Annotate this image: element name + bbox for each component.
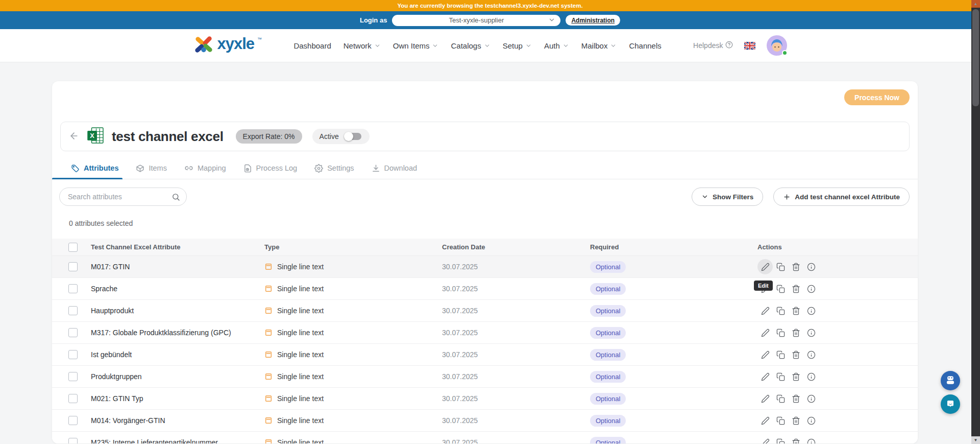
nav-item-dashboard[interactable]: Dashboard	[293, 41, 331, 50]
nav-item-own-items[interactable]: Own Items	[393, 41, 439, 50]
info-button[interactable]	[803, 435, 819, 443]
type-label: Single line text	[277, 372, 324, 381]
copy-button[interactable]	[773, 413, 788, 428]
search-input[interactable]	[68, 193, 172, 201]
copy-button[interactable]	[773, 303, 788, 318]
tab-settings[interactable]: Settings	[313, 158, 355, 179]
nav-item-label: Mailbox	[581, 41, 608, 50]
row-checkbox[interactable]	[68, 438, 78, 443]
process-now-button[interactable]: Process Now	[844, 89, 910, 105]
row-checkbox[interactable]	[68, 328, 78, 337]
delete-button[interactable]	[788, 435, 803, 443]
helpdesk-label: Helpdesk	[693, 41, 723, 50]
copy-button[interactable]	[773, 435, 788, 443]
row-checkbox[interactable]	[68, 416, 78, 425]
edit-button[interactable]	[757, 435, 773, 443]
chevron-down-icon	[610, 42, 617, 49]
single-line-text-icon	[264, 438, 273, 443]
info-button[interactable]	[803, 259, 819, 274]
scrollbar-thumb[interactable]	[972, 9, 979, 106]
delete-button[interactable]	[788, 391, 803, 406]
nav-item-auth[interactable]: Auth	[544, 41, 569, 50]
table-row[interactable]: M017: GTIN Single line text 30.07.2025 O…	[52, 256, 918, 278]
copy-button[interactable]	[773, 391, 788, 406]
scroll-up-arrow-icon[interactable]: ▲	[971, 0, 980, 8]
nav-item-label: Dashboard	[293, 41, 331, 50]
row-checkbox[interactable]	[68, 350, 78, 359]
delete-button[interactable]	[788, 413, 803, 428]
delete-button[interactable]	[788, 259, 803, 274]
delete-button[interactable]	[788, 303, 803, 318]
table-row[interactable]: M235: Interne Lieferantenartikelnummer S…	[52, 432, 918, 443]
edit-button[interactable]	[757, 259, 773, 274]
add-attribute-button[interactable]: Add test channel excel Attribute	[773, 188, 910, 206]
tab-items[interactable]: Items	[135, 158, 167, 179]
copy-button[interactable]	[773, 347, 788, 362]
nav-item-setup[interactable]: Setup	[503, 41, 532, 50]
table-row[interactable]: M014: Vorgänger-GTIN Single line text 30…	[52, 410, 918, 432]
tab-download[interactable]: Download	[371, 158, 419, 179]
nav-item-catalogs[interactable]: Catalogs	[451, 41, 490, 50]
tab-attributes[interactable]: Attributes	[70, 158, 119, 179]
chatbot-button[interactable]	[941, 371, 960, 390]
info-button[interactable]	[803, 369, 819, 384]
tab-label: Download	[384, 164, 418, 172]
row-checkbox[interactable]	[68, 284, 78, 293]
nav-item-channels[interactable]: Channels	[629, 41, 661, 50]
table-row[interactable]: Sprache Single line text 30.07.2025 Opti…	[52, 278, 918, 300]
table-header-row: Test Channel Excel Attribute Type Creati…	[52, 239, 918, 256]
active-toggle[interactable]	[344, 132, 362, 141]
info-button[interactable]	[803, 281, 819, 296]
scroll-down-arrow-icon[interactable]: ▼	[971, 436, 980, 444]
row-checkbox[interactable]	[68, 372, 78, 381]
info-button[interactable]	[803, 303, 819, 318]
show-filters-button[interactable]: Show Filters	[692, 188, 763, 206]
edit-button[interactable]	[757, 391, 773, 406]
back-arrow-icon[interactable]	[69, 131, 79, 143]
xyxle-logo[interactable]: xyxle ™	[193, 35, 262, 56]
info-button[interactable]	[803, 325, 819, 340]
info-button[interactable]	[803, 391, 819, 406]
nav-item-network[interactable]: Network	[344, 41, 381, 50]
copy-button[interactable]	[773, 259, 788, 274]
delete-button[interactable]	[788, 347, 803, 362]
table-row[interactable]: Ist gebündelt Single line text 30.07.202…	[52, 344, 918, 366]
delete-button[interactable]	[788, 281, 803, 296]
select-all-checkbox[interactable]	[68, 243, 78, 252]
administration-button[interactable]: Administration	[566, 15, 620, 26]
search-icon[interactable]	[172, 193, 180, 201]
delete-button[interactable]	[788, 369, 803, 384]
table-row[interactable]: Produktgruppen Single line text 30.07.20…	[52, 366, 918, 388]
language-flag-uk-icon[interactable]	[744, 42, 755, 50]
required-badge: Optional	[590, 261, 626, 273]
copy-button[interactable]	[773, 325, 788, 340]
type-label: Single line text	[277, 285, 324, 293]
info-button[interactable]	[803, 413, 819, 428]
edit-button[interactable]	[757, 369, 773, 384]
table-row[interactable]: Hauptprodukt Single line text 30.07.2025…	[52, 300, 918, 322]
table-row[interactable]: M317: Globale Produktklassifizierung (GP…	[52, 322, 918, 344]
copy-button[interactable]	[773, 281, 788, 296]
edit-button[interactable]	[757, 303, 773, 318]
messenger-button[interactable]	[941, 394, 960, 414]
info-button[interactable]	[803, 347, 819, 362]
login-as-user-select[interactable]: Test-xyxle-supplier	[392, 15, 560, 26]
helpdesk-link[interactable]: Helpdesk	[693, 41, 733, 50]
copy-button[interactable]	[773, 369, 788, 384]
main-header: xyxle ™ DashboardNetworkOwn ItemsCatalog…	[0, 29, 980, 62]
tab-process-log[interactable]: Process Log	[242, 158, 299, 179]
vertical-scrollbar[interactable]: ▲ ▼	[971, 0, 980, 444]
edit-button[interactable]	[757, 325, 773, 340]
edit-button[interactable]	[757, 347, 773, 362]
single-line-text-icon	[264, 285, 273, 293]
question-circle-icon	[725, 41, 733, 50]
tab-mapping[interactable]: Mapping	[183, 158, 227, 179]
row-checkbox[interactable]	[68, 394, 78, 403]
user-avatar[interactable]	[767, 35, 787, 56]
edit-button[interactable]	[757, 413, 773, 428]
delete-button[interactable]	[788, 325, 803, 340]
row-checkbox[interactable]	[68, 306, 78, 315]
table-row[interactable]: M021: GTIN Typ Single line text 30.07.20…	[52, 388, 918, 410]
row-checkbox[interactable]	[68, 262, 78, 271]
nav-item-mailbox[interactable]: Mailbox	[581, 41, 617, 50]
